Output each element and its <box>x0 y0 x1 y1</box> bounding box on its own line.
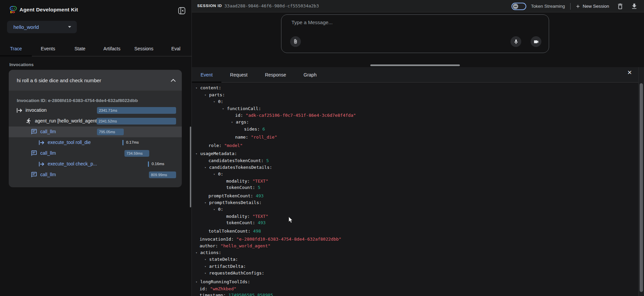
topbar-actions: Token Streaming New Session <box>512 0 638 12</box>
expand-triangle-icon[interactable]: ▾ <box>205 92 209 99</box>
start-arrow-icon <box>38 139 45 146</box>
close-icon[interactable]: ✕ <box>625 68 634 77</box>
json-row: ▾requestedAuthConfigs: <box>196 270 638 277</box>
trace-duration-bar: 809.99ms <box>149 171 176 178</box>
agent-select-value: hello_world <box>13 24 68 30</box>
expand-triangle-icon[interactable]: ▾ <box>222 106 227 112</box>
json-row: ▾0: <box>196 171 638 178</box>
delete-session-icon[interactable] <box>616 3 624 10</box>
json-scrollbar-thumb[interactable] <box>640 83 643 292</box>
json-row: name: "roll_die" <box>196 134 638 141</box>
expand-triangle-icon[interactable]: ▾ <box>213 99 218 105</box>
chat-horizontal-scrollbar[interactable] <box>370 64 460 66</box>
json-row: id: "adk-caf25106-f0c7-451f-86e4-3c6d7e8… <box>196 112 638 119</box>
trace-row[interactable]: invocation2341.71ms <box>9 105 182 116</box>
json-key: name: <box>235 135 248 140</box>
trace-duration-label: 0.17ms <box>126 140 139 144</box>
expand-triangle-icon[interactable]: ▾ <box>205 164 209 171</box>
json-key: 0: <box>218 207 223 212</box>
detail-tab-graph[interactable]: Graph <box>295 67 325 82</box>
trace-row[interactable]: call_llm734.59ms <box>9 148 182 159</box>
json-row: ▾0: <box>196 206 638 213</box>
trace-row[interactable]: agent_run [hello_world_agent]2341.52ms <box>9 116 182 127</box>
json-value: 5 <box>255 185 261 190</box>
session-id-label: SESSION ID <box>197 4 222 8</box>
detail-tab-event[interactable]: Event <box>192 67 221 82</box>
download-icon[interactable] <box>631 3 638 10</box>
json-value: "wmZhkbed" <box>207 286 236 291</box>
trace-duration-bar: 734.59ms <box>124 150 149 157</box>
expand-triangle-icon[interactable]: ▾ <box>196 85 200 92</box>
app-title: Agent Development Kit <box>19 7 78 13</box>
json-value: "e-2808fd10-6383-4754-8de4-632af8022dbb" <box>234 237 341 242</box>
json-key: args: <box>236 119 249 125</box>
message-input[interactable] <box>291 19 459 25</box>
json-value: 5 <box>264 158 269 163</box>
agent-select-dropdown[interactable]: hello_world <box>7 21 77 33</box>
tab-artifacts[interactable]: Artifacts <box>96 41 128 56</box>
json-value: 1749586585.858985 <box>226 293 273 296</box>
expand-triangle-icon[interactable]: ▾ <box>196 151 200 157</box>
json-value: 493 <box>255 220 266 225</box>
expand-triangle-icon[interactable]: ▾ <box>205 270 209 277</box>
chevron-down-icon <box>68 26 71 28</box>
chevron-up-icon[interactable] <box>171 79 176 82</box>
expand-triangle-icon[interactable]: ▾ <box>213 171 218 178</box>
attach-file-button[interactable] <box>290 36 301 47</box>
json-tree: ▾content:▾parts:▾0:▾functionCall:id: "ad… <box>192 83 638 296</box>
invocation-card-header[interactable]: hi roll a 6 side dice and check number <box>9 70 182 91</box>
expand-triangle-icon[interactable]: ▾ <box>231 119 236 126</box>
event-json-panel: ▾content:▾parts:▾0:▾functionCall:id: "ad… <box>192 83 638 296</box>
json-row: ▾stateDelta: <box>196 256 638 263</box>
video-button[interactable] <box>531 36 541 47</box>
sidebar-tabs: TraceEventsStateArtifactsSessionsEval <box>0 41 192 56</box>
trace-row[interactable]: execute_tool check_p...0.16ms <box>9 159 182 169</box>
json-key: stateDelta: <box>209 257 238 262</box>
tab-eval[interactable]: Eval <box>160 41 192 56</box>
expand-triangle-icon[interactable]: ▾ <box>196 279 200 286</box>
json-key: promptTokenCount: <box>209 193 253 198</box>
adk-logo-icon <box>9 5 17 14</box>
json-key: longRunningToolIds: <box>200 279 250 284</box>
invocations-label: Invocations <box>9 62 34 67</box>
json-key: totalTokenCount: <box>209 229 251 234</box>
expand-triangle-icon[interactable]: ▾ <box>213 206 218 213</box>
json-row: ▾parts: <box>196 92 638 99</box>
microphone-icon <box>513 39 519 45</box>
trace-row[interactable]: call_llm795.05ms <box>9 127 182 137</box>
invocation-prompt: hi roll a 6 side dice and check number <box>17 78 171 83</box>
trace-row-label: call_llm <box>40 172 56 177</box>
expand-triangle-icon[interactable]: ▾ <box>205 256 209 263</box>
tab-events[interactable]: Events <box>32 41 64 56</box>
json-row: modality: "TEXT" <box>196 178 638 185</box>
trace-duration-bar: 795.05ms <box>97 129 124 135</box>
trace-row[interactable]: execute_tool roll_die0.17ms <box>9 137 182 148</box>
json-key: author: <box>200 243 218 248</box>
detail-tab-request[interactable]: Request <box>221 67 256 82</box>
sidebar-scrollbar[interactable] <box>190 127 191 207</box>
detail-tab-response[interactable]: Response <box>256 67 295 82</box>
json-key: candidatesTokensDetails: <box>209 165 272 170</box>
expand-triangle-icon[interactable]: ▾ <box>196 250 200 256</box>
expand-triangle-icon[interactable]: ▾ <box>205 263 209 270</box>
expand-triangle-icon[interactable]: ▾ <box>205 200 209 206</box>
token-streaming-toggle[interactable] <box>512 3 526 10</box>
json-row: ▾candidatesTokensDetails: <box>196 164 638 171</box>
tab-state[interactable]: State <box>64 41 96 56</box>
trace-duration-bar <box>122 140 123 145</box>
tab-sessions[interactable]: Sessions <box>128 41 160 56</box>
agent-run-icon <box>25 118 32 124</box>
json-key: id: <box>235 113 243 118</box>
json-key: id: <box>200 286 207 291</box>
microphone-button[interactable] <box>511 36 521 47</box>
json-value: 493 <box>253 193 264 198</box>
paperclip-icon <box>292 39 299 45</box>
collapse-panel-icon[interactable] <box>178 7 186 15</box>
json-scrollbar-track <box>638 67 644 296</box>
json-key: modality: <box>226 214 250 219</box>
json-row: promptTokenCount: 493 <box>196 193 638 199</box>
trace-row[interactable]: call_llm809.99ms <box>9 169 182 180</box>
tab-trace[interactable]: Trace <box>0 41 32 56</box>
trace-row-label: call_llm <box>40 150 56 156</box>
new-session-button[interactable]: New Session <box>575 4 609 9</box>
